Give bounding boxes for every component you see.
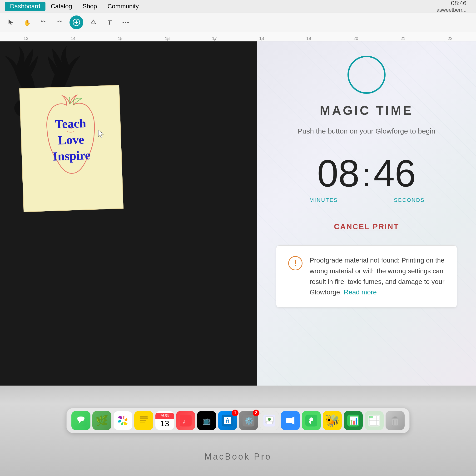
svg-point-36: [268, 418, 271, 421]
redo-tool[interactable]: [53, 16, 66, 29]
svg-rect-24: [140, 422, 145, 423]
svg-rect-38: [286, 418, 291, 423]
svg-point-8: [125, 22, 126, 23]
timer-labels: MINUTES SECONDS: [276, 197, 457, 203]
svg-text:♪: ♪: [182, 417, 186, 425]
system-time: 08:46: [437, 0, 466, 7]
svg-text:⚙️: ⚙️: [244, 416, 254, 425]
dock-photos[interactable]: [113, 411, 132, 430]
text-tool[interactable]: T: [103, 16, 116, 29]
toolbar: ✋: [0, 13, 476, 32]
dock-numbers[interactable]: 📊: [344, 411, 363, 430]
magic-subtitle: Push the button on your Glowforge to beg…: [298, 127, 436, 135]
svg-rect-21: [140, 416, 148, 417]
svg-line-13: [69, 97, 70, 104]
paper-element: Teach Love Inspire: [19, 85, 123, 212]
read-more-link[interactable]: Read more: [344, 289, 377, 296]
ruler-mark: 19: [285, 36, 332, 41]
ruler-mark: 18: [238, 36, 285, 41]
svg-point-7: [122, 22, 124, 23]
dock-messages[interactable]: [71, 411, 90, 430]
dock-apple-tv[interactable]: 📺: [197, 411, 216, 430]
svg-text:✋: ✋: [24, 19, 31, 26]
svg-text:📺: 📺: [203, 417, 211, 425]
svg-marker-5: [91, 20, 96, 24]
svg-rect-23: [140, 420, 146, 421]
svg-marker-15: [98, 130, 104, 138]
minutes-label: MINUTES: [309, 197, 338, 203]
dock-zoom[interactable]: [281, 411, 300, 430]
svg-rect-22: [140, 418, 148, 419]
dock-calendar[interactable]: AUG 13: [155, 411, 174, 430]
user-name: asweetberr...: [437, 7, 466, 13]
ruler-mark: 14: [50, 36, 97, 41]
mouse-cursor: [98, 130, 105, 139]
svg-rect-25: [180, 415, 192, 426]
add-button[interactable]: [69, 16, 83, 29]
hand-tool[interactable]: ✋: [21, 16, 33, 29]
svg-point-19: [121, 419, 125, 423]
svg-text:📊: 📊: [349, 416, 359, 425]
menu-dashboard[interactable]: Dashboard: [5, 2, 46, 11]
ruler-mark: 21: [379, 36, 426, 41]
warning-box: ! Proofgrade material not found: Printin…: [276, 245, 457, 307]
warning-icon: !: [288, 256, 303, 270]
svg-point-9: [127, 22, 129, 23]
ruler-mark: 17: [191, 36, 238, 41]
ruler-mark: 15: [97, 36, 144, 41]
glowforge-button-circle[interactable]: [347, 56, 386, 94]
svg-rect-55: [393, 416, 397, 418]
system-prefs-badge: 2: [253, 409, 259, 416]
timer-minutes: 08: [317, 154, 360, 192]
macbook-bezel: 🌿: [0, 386, 476, 476]
dock-spreadsheet[interactable]: [365, 411, 384, 430]
macbook-label: MacBook Pro: [204, 452, 272, 462]
undo-tool[interactable]: [37, 16, 50, 29]
dock-preview[interactable]: [260, 411, 279, 430]
svg-marker-39: [291, 416, 294, 425]
menu-shop[interactable]: Shop: [77, 2, 102, 11]
magic-time-title: MAGIC TIME: [320, 103, 413, 118]
timer-seconds: 46: [374, 154, 416, 192]
ruler-mark: 13: [2, 36, 50, 41]
dock-find-my[interactable]: [302, 411, 321, 430]
menu-community[interactable]: Community: [102, 2, 144, 11]
dock-bee-app[interactable]: 🐝: [323, 411, 342, 430]
svg-text:T: T: [108, 19, 112, 26]
svg-text:🅰: 🅰: [224, 417, 231, 425]
svg-rect-35: [266, 421, 272, 424]
dock-system-preferences[interactable]: ⚙️ 2: [239, 411, 258, 430]
ruler-mark: 20: [332, 36, 379, 41]
cancel-print-button[interactable]: CANCEL PRINT: [334, 222, 399, 231]
dock-trash[interactable]: [386, 411, 405, 430]
more-tool[interactable]: [119, 16, 132, 29]
warning-text: Proofgrade material not found: Printing …: [310, 255, 445, 298]
svg-marker-0: [9, 19, 13, 25]
seconds-label: SECONDS: [394, 197, 425, 203]
cursor-tool[interactable]: [5, 16, 17, 29]
dock-robinhood[interactable]: 🌿: [92, 411, 111, 430]
dock: 🌿: [67, 408, 409, 433]
warning-message: Proofgrade material not found: Printing …: [310, 256, 444, 296]
menu-catalog[interactable]: Catalog: [46, 2, 77, 11]
ruler-mark: 22: [426, 36, 474, 41]
ruler: 13 14 15 16 17 18 19 20 21 22: [0, 32, 476, 41]
dock-app-store[interactable]: 🅰 1: [218, 411, 237, 430]
ruler-mark: 16: [144, 36, 191, 41]
shape-tool[interactable]: [87, 16, 100, 29]
menu-bar: Dashboard Catalog Shop Community 08:46 a…: [0, 0, 476, 13]
timer-colon: :: [362, 158, 371, 192]
app-store-badge: 1: [232, 409, 238, 416]
dock-music[interactable]: ♪: [176, 411, 195, 430]
timer-display: 08 : 46: [317, 154, 416, 192]
dock-notes[interactable]: [134, 411, 153, 430]
svg-rect-51: [369, 416, 373, 418]
canvas-text: Teach Love Inspire: [51, 115, 91, 165]
